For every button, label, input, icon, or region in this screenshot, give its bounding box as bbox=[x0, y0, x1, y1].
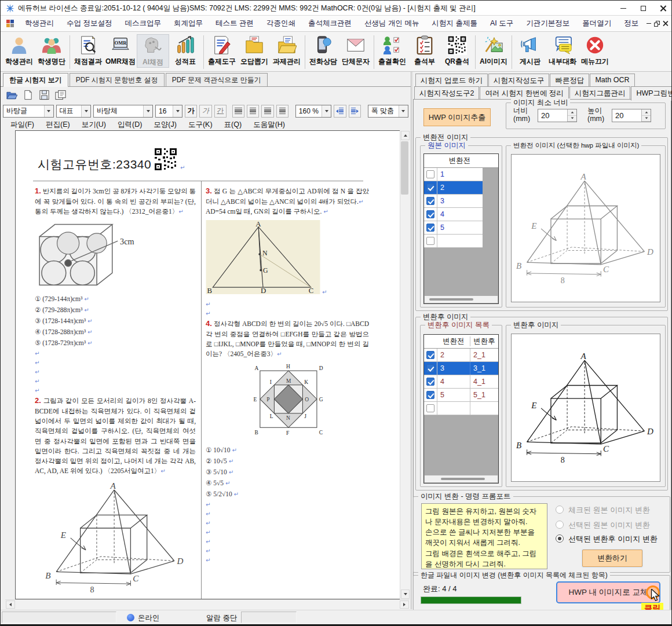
fit-width-dropdown[interactable]: 폭 맞춤 bbox=[368, 105, 408, 118]
tab-hangul-exam-view[interactable]: 한글 시험지 보기 bbox=[3, 73, 68, 87]
tab-exam-group-mgmt[interactable]: 시험지그룹관리 bbox=[569, 86, 631, 99]
tab-exam-authoring-tool-2[interactable]: 시험지작성도구2 bbox=[414, 86, 479, 99]
prompt-textarea[interactable]: 그림 원본은 유지하고, 원본의 숫자나 문자내용은 변경하지 말아줘. 손으로… bbox=[421, 503, 547, 569]
checkbox[interactable] bbox=[426, 351, 434, 359]
before-row-2[interactable]: 2 bbox=[424, 181, 483, 195]
after-row-3[interactable]: 44_1 bbox=[424, 375, 498, 389]
hwp-menu-shape[interactable]: 모양(J) bbox=[148, 119, 182, 131]
toolbar-student-mgmt[interactable]: 학생관리 bbox=[3, 34, 35, 67]
tab-exam-upload[interactable]: 시험지 업로드 하기 bbox=[415, 74, 488, 86]
indent-increase-button[interactable] bbox=[349, 105, 361, 118]
before-row-5[interactable]: 5 bbox=[424, 221, 483, 235]
indent-decrease-button[interactable] bbox=[334, 105, 346, 118]
checkbox[interactable] bbox=[426, 197, 434, 205]
convert-button[interactable]: 변환하기 bbox=[582, 550, 642, 567]
bold-button[interactable]: 가 bbox=[185, 105, 197, 118]
before-row-empty[interactable] bbox=[424, 235, 483, 248]
hwp-menu-help[interactable]: 도움말(H) bbox=[248, 119, 290, 131]
after-row-2[interactable]: 33_1 bbox=[424, 362, 498, 375]
radio-label-selected-after[interactable]: 선택된 변환후 이미지 변환 bbox=[568, 534, 658, 544]
radio-label-selected-source[interactable]: 선택된 원본 이미지 변환 bbox=[568, 520, 650, 530]
toolbar-wrong-answers[interactable]: 오답뽑기 bbox=[238, 34, 271, 67]
radio-selected-source-convert[interactable] bbox=[556, 521, 564, 529]
toolbar-omr-grading[interactable]: OMR OMR채점 bbox=[104, 34, 137, 67]
toolbar-internal-chat[interactable]: 내부대화 bbox=[546, 34, 579, 67]
checkbox[interactable] bbox=[426, 210, 434, 218]
menu-item-org-info[interactable]: 기관기본정보 bbox=[520, 19, 576, 28]
toolbar-assignment-mgmt[interactable]: 과제관리 bbox=[271, 34, 303, 67]
align-justify-button[interactable] bbox=[232, 105, 244, 118]
align-center-button[interactable] bbox=[261, 105, 273, 118]
checkbox[interactable] bbox=[426, 237, 434, 245]
scroll-up-icon[interactable] bbox=[401, 131, 410, 140]
tab-organize-multiple-exams[interactable]: 여러 시험지 한번에 정리 bbox=[480, 86, 568, 99]
hwp-menu-input[interactable]: 입력(D) bbox=[112, 119, 147, 131]
document-horizontal-scrollbar[interactable] bbox=[5, 599, 410, 609]
open-folder-icon[interactable] bbox=[6, 90, 17, 100]
checkbox[interactable] bbox=[426, 184, 434, 192]
hwp-replace-button[interactable]: HWP 내 이미지로 교체 bbox=[556, 581, 660, 603]
scroll-down-icon[interactable] bbox=[401, 590, 410, 599]
hwp-image-extract-button[interactable]: HWP 이미지추출 bbox=[423, 108, 491, 126]
toolbar-group-sms[interactable]: 단체문자 bbox=[339, 34, 372, 67]
paragraph-style-dropdown[interactable]: 바탕글 bbox=[3, 105, 54, 118]
font-family-dropdown[interactable]: 바탕체 bbox=[93, 105, 153, 118]
window-minimize-button[interactable] bbox=[613, 1, 633, 16]
align-right-button[interactable] bbox=[276, 105, 288, 118]
menu-item-class-settings[interactable]: 수업 정보설정 bbox=[60, 19, 118, 28]
after-table-hscrollbar[interactable] bbox=[425, 475, 498, 482]
menu-item-teacher-personal[interactable]: 선생님 개인 메뉴 bbox=[358, 19, 425, 28]
scroll-left-icon[interactable] bbox=[6, 601, 15, 609]
hwp-menu-file[interactable]: 파일(F) bbox=[5, 119, 39, 131]
checkbox[interactable] bbox=[426, 378, 434, 386]
menu-item-accounting[interactable]: 회계업무 bbox=[167, 19, 209, 28]
font-size-dropdown[interactable]: 16 bbox=[155, 105, 182, 118]
hwp-menu-tools[interactable]: 도구(K) bbox=[183, 119, 218, 131]
menu-item-desk-work[interactable]: 데스크업무 bbox=[118, 19, 167, 28]
toolbar-board[interactable]: 게시판 bbox=[514, 34, 546, 67]
checkbox[interactable] bbox=[426, 391, 434, 399]
width-spinner[interactable]: 20 bbox=[538, 109, 577, 122]
toolbar-attendance-book[interactable]: 출석부 bbox=[408, 34, 441, 67]
after-row-4[interactable]: 55_1 bbox=[424, 389, 498, 402]
tab-pdf-make-multiple-choice[interactable]: PDF 문제 객관식으로 만들기 bbox=[166, 73, 268, 86]
toolbar-ai-grading[interactable]: AI채점 bbox=[137, 34, 169, 68]
style-preset-dropdown[interactable]: 대표 bbox=[56, 105, 92, 118]
menu-item-ai-tools[interactable]: AI 도구 bbox=[484, 19, 520, 28]
checkbox[interactable] bbox=[426, 224, 434, 232]
document-vertical-scrollbar[interactable] bbox=[400, 130, 410, 599]
menu-item-students[interactable]: 학생관리 bbox=[19, 19, 60, 28]
toolbar-attendance-check[interactable]: 출결확인 bbox=[376, 34, 408, 67]
tab-exam-authoring-tool[interactable]: 시험지작성도구 bbox=[488, 74, 550, 86]
tab-pdf-question-number[interactable]: PDF 시험지 문항번호 설정 bbox=[70, 73, 165, 86]
menu-item-tests[interactable]: 테스트 관련 bbox=[209, 19, 260, 28]
mdi-restore-button[interactable] bbox=[653, 18, 661, 30]
after-row-empty[interactable] bbox=[424, 402, 498, 415]
after-row-1[interactable]: 22_1 bbox=[424, 349, 498, 362]
before-row-4[interactable]: 4 bbox=[424, 208, 483, 221]
alarm-stop-box[interactable] bbox=[241, 612, 297, 623]
menu-item-open-folder[interactable]: 폴더열기 bbox=[576, 19, 618, 28]
tab-quick-answer[interactable]: 빠른정답 bbox=[550, 74, 589, 86]
menu-item-info[interactable]: 정보 bbox=[618, 19, 645, 28]
window-maximize-button[interactable] bbox=[633, 1, 653, 16]
height-spinner[interactable]: 20 bbox=[612, 109, 651, 122]
radio-selected-after-convert[interactable] bbox=[556, 535, 564, 543]
scrollbar-thumb[interactable] bbox=[401, 141, 408, 195]
italic-button[interactable]: 가 bbox=[199, 105, 211, 118]
save-as-icon[interactable] bbox=[55, 90, 66, 100]
menu-item-exam-tools[interactable]: 시험지 출제툴 bbox=[425, 19, 483, 28]
new-document-icon[interactable] bbox=[23, 90, 34, 100]
checkbox[interactable] bbox=[426, 404, 434, 412]
scroll-right-icon[interactable] bbox=[400, 601, 409, 609]
document-page[interactable]: 시험고유번호:23340 ↵ 1. 반지름의 길이가 3cm인 공 8개가 사각… bbox=[15, 130, 400, 599]
hwp-menu-table[interactable]: 표(Q) bbox=[219, 119, 247, 131]
mdi-close-button[interactable] bbox=[661, 18, 669, 30]
tab-hwp-image-convert[interactable]: HWP그림변환 bbox=[631, 86, 672, 101]
hwp-menu-view[interactable]: 보기(U) bbox=[76, 119, 111, 131]
menu-item-attendance[interactable]: 출석체크관련 bbox=[302, 19, 358, 28]
radio-label-checked-source[interactable]: 체크된 원본 이미지 변환 bbox=[568, 505, 650, 515]
save-icon[interactable] bbox=[39, 90, 50, 100]
toolbar-grading-result[interactable]: 채점결과 bbox=[72, 34, 104, 67]
toolbar-score-report[interactable]: 성적표 bbox=[169, 34, 202, 67]
